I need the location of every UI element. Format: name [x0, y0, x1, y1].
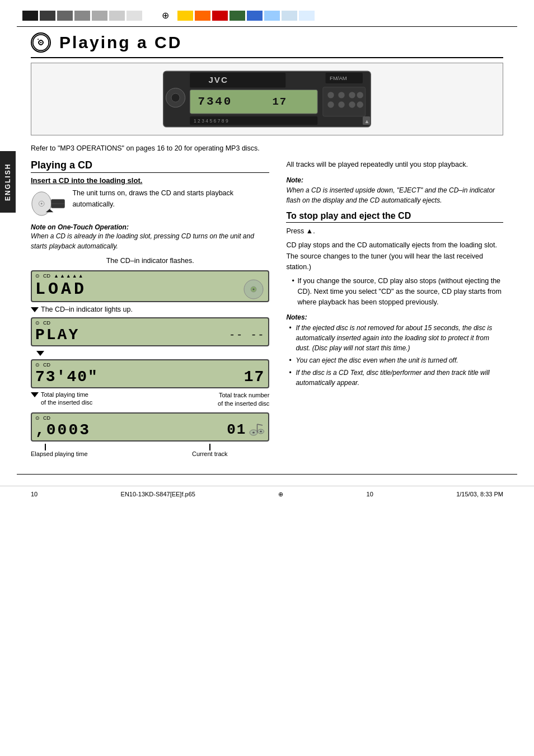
elapsed-labels-row: Elapsed playing time Current track — [31, 444, 269, 457]
svg-point-18 — [357, 92, 363, 98]
svg-text:▲: ▲ — [364, 118, 369, 124]
swatch-blue — [247, 11, 263, 21]
cd-in-lights-text: The CD–in indicator lights up. — [41, 304, 133, 315]
swatch-orange — [195, 11, 210, 21]
note-one-touch-text: When a CD is already in the loading slot… — [31, 231, 269, 251]
elapsed-playing-time-label: Elapsed playing time — [31, 450, 88, 457]
svg-point-16 — [338, 92, 344, 98]
title-area: ✦ Playing a CD — [31, 32, 503, 58]
notes-section: Notes: If the ejected disc is not remove… — [286, 313, 503, 388]
playing-cd-heading: Playing a CD — [31, 159, 269, 173]
svg-point-21 — [349, 101, 355, 107]
insert-cd-area: The unit turns on, draws the CD and star… — [31, 188, 269, 219]
play-text: PLAY — [35, 326, 79, 344]
svg-line-39 — [257, 424, 263, 425]
bottom-border — [17, 474, 517, 475]
load-display-wrapper: ⊙ CD ▲▲▲▲▲ LOAD — [31, 270, 269, 302]
svg-point-0 — [33, 35, 49, 50]
footer-file-info: EN10-13KD-S847[EE]f.p65 — [121, 491, 195, 497]
swatch-paleblue — [282, 11, 297, 21]
stop-press-text: Press ▲. — [286, 226, 503, 237]
left-column: Playing a CD Insert a CD into the loadin… — [31, 159, 269, 457]
insert-cd-heading: Insert a CD into the loading slot. — [31, 176, 269, 185]
two-column-layout: Playing a CD Insert a CD into the loadin… — [31, 159, 503, 457]
note-upside-down-text: When a CD is inserted upside down, "EJEC… — [286, 185, 503, 205]
svg-rect-7 — [190, 73, 285, 88]
color-bar-left — [22, 11, 142, 21]
cd-label-play: CD — [43, 320, 50, 326]
arrow-after-load: The CD–in indicator lights up. — [31, 304, 269, 315]
total-playing-time-label: Total playing timeof the inserted disc — [41, 391, 92, 407]
page-footer: 10 EN10-13KD-S847[EE]f.p65 ⊕ 10 1/15/03,… — [0, 486, 534, 503]
svg-text:1  2  3  4  5  6  7  8  9: 1 2 3 4 5 6 7 8 9 — [194, 118, 228, 124]
total-track-label-group: Total track numberof the inserted disc — [150, 391, 269, 408]
cd-label-time: CD — [43, 362, 50, 368]
intro-text: Refer to "MP3 OPERATIONS" on pages 16 to… — [31, 143, 503, 154]
swatch-red — [212, 11, 228, 21]
swatch-7 — [127, 11, 142, 21]
svg-point-6 — [171, 93, 180, 102]
swatch-6 — [109, 11, 125, 21]
notes-title: Notes: — [286, 313, 503, 321]
play-display-top-icons: ⊙ CD — [35, 320, 265, 326]
svg-point-20 — [338, 101, 344, 107]
current-track-label: Current track — [192, 450, 228, 457]
time-display-top-icons: ⊙ CD — [35, 362, 265, 368]
load-display-top-icons: ⊙ CD ▲▲▲▲▲ — [35, 273, 265, 279]
svg-point-37 — [252, 432, 255, 434]
swatch-2 — [40, 11, 55, 21]
jvc-device-svg: JVC 7340 17 FM/AM 1 2 3 4 5 6 7 8 9 — [161, 68, 373, 130]
total-time-label-group: Total playing timeof the inserted disc — [31, 391, 150, 408]
insert-cd-text: The unit turns on, draws the CD and star… — [72, 188, 269, 210]
stop-eject-description: CD play stops and the CD automatically e… — [286, 240, 503, 273]
note-item-3: If the disc is a CD Text, disc title/per… — [289, 368, 503, 388]
cd-slot-illustration — [31, 188, 65, 219]
triangle-down-icon-2 — [36, 351, 44, 356]
music-note-icon — [248, 421, 265, 438]
load-text: LOAD — [35, 280, 87, 299]
elapsed-display-top-icons: ⊙ CD — [35, 415, 265, 421]
elapsed-time-text: ,0003 — [35, 421, 91, 439]
svg-point-41 — [260, 431, 262, 433]
current-track-number: 01 — [227, 421, 246, 438]
current-track-area: 01 — [227, 421, 265, 438]
time-display: ⊙ CD 73'40" 17 — [31, 359, 269, 388]
cd-in-flashes-text: The CD–in indicator flashes. — [31, 256, 269, 266]
cd-in-icon-play: ⊙ — [35, 320, 40, 326]
cd-operations-icon: ✦ — [31, 32, 51, 53]
swatch-green — [229, 11, 245, 21]
triangle-down-icon-1 — [31, 307, 39, 312]
crosshair-icon: ⊕ — [162, 10, 169, 21]
elapsed-label-group: Elapsed playing time — [31, 444, 150, 457]
cd-label-elapsed: CD — [43, 415, 50, 421]
play-display-main: PLAY -- -- — [35, 326, 265, 344]
time-display-main: 73'40" 17 — [35, 368, 265, 386]
total-tracks-text: 17 — [244, 368, 265, 386]
note-item-2: You can eject the disc even when the uni… — [289, 355, 503, 365]
note-upside-down-label: Note: — [286, 176, 503, 184]
elapsed-display: ⊙ CD ,0003 01 — [31, 412, 269, 442]
svg-text:FM/AM: FM/AM — [330, 75, 347, 81]
current-track-label-line — [209, 444, 210, 450]
svg-text:17: 17 — [273, 96, 288, 108]
cd-in-icon-load: ⊙ — [35, 273, 40, 279]
triangles-load: ▲▲▲▲▲ — [54, 273, 85, 279]
note-one-touch: Note on One-Touch Operation: When a CD i… — [31, 223, 269, 251]
bullet-item-1: If you change the source, CD play also s… — [292, 276, 503, 307]
swatch-1 — [22, 11, 38, 21]
swatch-yellow — [177, 11, 193, 21]
footer-date: 1/15/03, 8:33 PM — [456, 491, 503, 497]
cd-in-icon-elapsed: ⊙ — [35, 415, 40, 421]
svg-point-35 — [253, 288, 255, 290]
svg-point-19 — [327, 101, 334, 107]
svg-point-22 — [357, 101, 363, 107]
notes-list: If the ejected disc is not removed for a… — [286, 323, 503, 388]
footer-page-number-left: 10 — [31, 491, 38, 497]
swatch-5 — [92, 11, 107, 21]
footer-crosshair: ⊕ — [278, 491, 283, 498]
elapsed-display-main: ,0003 01 — [35, 421, 265, 439]
cd-in-icon-time: ⊙ — [35, 362, 40, 368]
svg-point-29 — [41, 203, 43, 205]
svg-text:7340: 7340 — [198, 95, 233, 108]
footer-page-number-center: 10 — [367, 491, 373, 497]
